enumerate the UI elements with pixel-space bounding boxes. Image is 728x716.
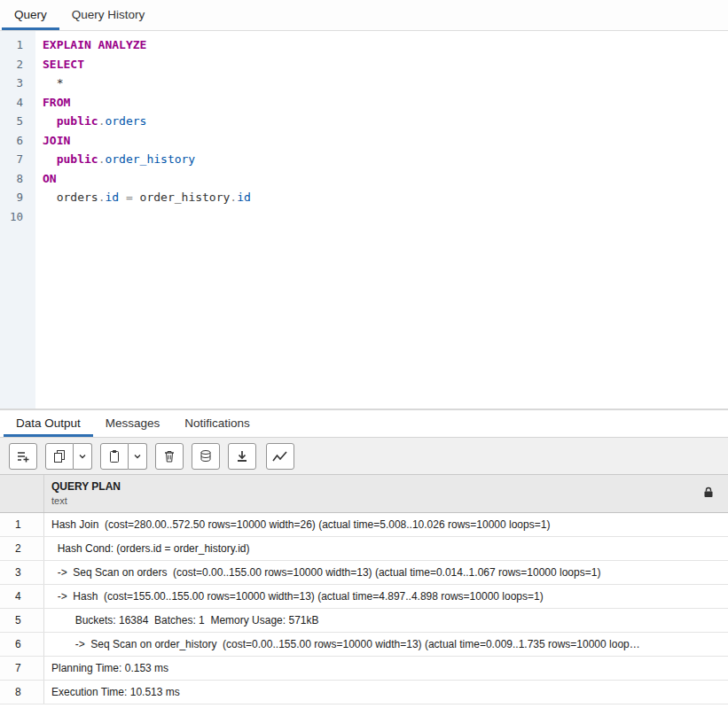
table-row: 5 Buckets: 16384 Batches: 1 Memory Usage… [0,609,728,633]
query-tool-tabbar: Query Query History [0,0,728,31]
sql-token: id [105,191,119,204]
graph-visualiser-button[interactable] [266,443,294,470]
code-line[interactable]: FROM [43,93,728,113]
query-plan-cell[interactable]: Planning Time: 0.153 ms [44,657,728,680]
grid-corner-cell[interactable] [0,475,44,512]
line-number: 9 [0,188,23,207]
query-plan-cell[interactable]: -> Hash (cost=155.00..155.00 rows=10000 … [44,585,728,608]
line-chart-icon [272,450,288,463]
query-tool-window: Query Query History 12345678910 EXPLAIN … [0,0,728,716]
download-icon [235,449,249,463]
data-output-toolbar [0,438,728,475]
column-type: text [51,495,721,506]
code-line[interactable]: ON [43,169,728,189]
tab-messages[interactable]: Messages [93,410,173,437]
tab-query-history[interactable]: Query History [59,0,158,30]
paste-options-button[interactable] [129,443,147,470]
column-header-query-plan[interactable]: QUERY PLAN text [44,475,728,512]
sql-token: = [119,191,139,204]
sql-token: public [57,114,98,128]
column-name: QUERY PLAN [51,480,721,493]
sql-token: ON [43,172,57,185]
sql-token: . [230,191,237,204]
tab-data-output[interactable]: Data Output [4,410,93,437]
line-number: 7 [0,150,23,169]
sql-token: EXPLAIN ANALYZE [43,38,146,51]
row-number[interactable]: 2 [0,537,44,560]
sql-token: * [43,76,63,90]
code-line[interactable]: EXPLAIN ANALYZE [43,35,728,55]
query-plan-cell[interactable]: Hash Cond: (orders.id = order_history.id… [44,537,728,560]
line-number: 10 [0,207,23,227]
paste-icon [107,449,121,463]
line-number: 4 [0,93,23,113]
code-line[interactable]: orders.id = order_history.id [43,188,728,207]
code-line[interactable]: public.orders [43,112,728,131]
sql-token: orders [43,191,98,204]
grid-body: 1Hash Join (cost=280.00..572.50 rows=100… [0,513,728,704]
sql-token: public [57,152,98,166]
tab-query[interactable]: Query [2,0,59,30]
data-output-grid: QUERY PLAN text 1Hash Join (cost=280.00.… [0,475,728,716]
line-number: 2 [0,55,23,74]
line-number: 5 [0,112,23,131]
sql-token: JOIN [43,134,70,147]
save-results-to-file-button[interactable] [228,443,256,470]
copy-options-button[interactable] [74,443,92,470]
sql-token: order_history [140,191,231,204]
table-row: 4 -> Hash (cost=155.00..155.00 rows=1000… [0,585,728,609]
table-row: 2 Hash Cond: (orders.id = order_history.… [0,537,728,561]
query-plan-cell[interactable]: Hash Join (cost=280.00..572.50 rows=1000… [44,513,728,536]
code-line[interactable]: JOIN [43,131,728,151]
chevron-down-icon [133,452,142,461]
trash-icon [162,449,176,463]
copy-button-group [45,443,92,470]
table-row: 7Planning Time: 0.153 ms [0,657,728,681]
code-line[interactable]: SELECT [43,55,728,74]
code-line[interactable]: * [43,74,728,93]
grid-header: QUERY PLAN text [0,475,728,513]
add-row-icon [16,449,30,463]
line-number: 8 [0,169,23,189]
row-number[interactable]: 3 [0,561,44,584]
row-number[interactable]: 6 [0,633,44,656]
tab-notifications[interactable]: Notifications [172,410,262,437]
row-number[interactable]: 7 [0,657,44,680]
sql-token: orders [105,114,146,128]
row-number[interactable]: 1 [0,513,44,536]
sql-token: order_history [105,152,195,166]
query-plan-cell[interactable]: -> Seq Scan on orders (cost=0.00..155.00… [44,561,728,584]
table-row: 1Hash Join (cost=280.00..572.50 rows=100… [0,513,728,537]
line-number: 6 [0,131,23,151]
sql-token [43,114,57,128]
copy-icon [52,449,67,463]
editor-gutter: 12345678910 [0,31,35,409]
add-row-button[interactable] [9,443,37,470]
paste-button[interactable] [100,443,129,470]
table-row: 8Execution Time: 10.513 ms [0,681,728,704]
query-plan-cell[interactable]: -> Seq Scan on order_history (cost=0.00.… [44,633,728,656]
sql-token: FROM [43,96,70,109]
copy-button[interactable] [45,443,74,470]
row-number[interactable]: 8 [0,681,44,704]
editor-code[interactable]: EXPLAIN ANALYZESELECT *FROM public.order… [35,31,728,409]
line-number: 3 [0,74,23,93]
delete-row-button[interactable] [155,443,184,470]
paste-button-group [100,443,147,470]
row-number[interactable]: 5 [0,609,44,632]
database-icon [199,449,213,463]
chevron-down-icon [78,452,87,461]
sql-token [43,152,57,166]
table-row: 3 -> Seq Scan on orders (cost=0.00..155.… [0,561,728,585]
results-panel-tabbar: Data Output Messages Notifications [0,410,728,438]
code-line[interactable]: public.order_history [43,150,728,169]
sql-editor[interactable]: 12345678910 EXPLAIN ANALYZESELECT *FROM … [0,31,728,410]
save-data-changes-button[interactable] [192,443,220,470]
query-plan-cell[interactable]: Buckets: 16384 Batches: 1 Memory Usage: … [44,609,728,632]
query-plan-cell[interactable]: Execution Time: 10.513 ms [44,681,728,704]
table-row: 6 -> Seq Scan on order_history (cost=0.0… [0,633,728,657]
row-number[interactable]: 4 [0,585,44,608]
sql-token: SELECT [43,58,84,71]
code-line[interactable] [43,207,728,227]
lock-icon [703,486,714,502]
